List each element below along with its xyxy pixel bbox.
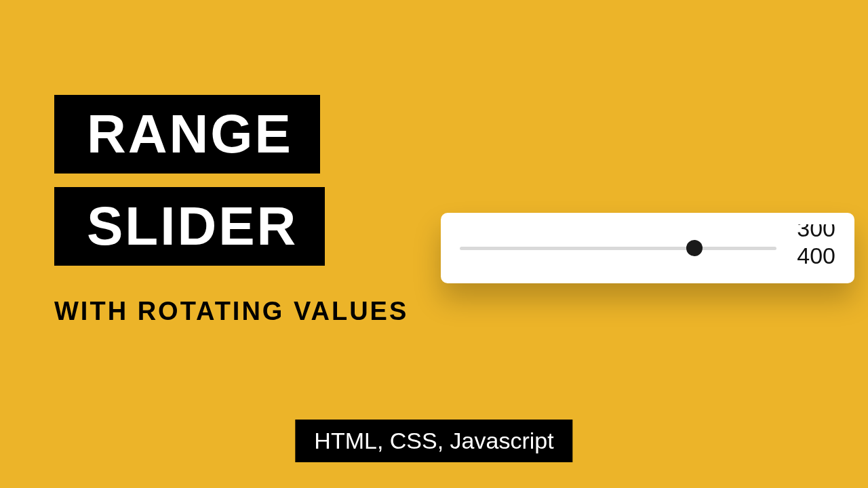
slider-card: 300 400 [441,213,854,283]
slider-values: 300 400 [797,224,835,272]
slider-thumb[interactable] [686,240,703,256]
subtitle: WITH ROTATING VALUES [54,297,408,326]
range-slider[interactable] [460,240,776,256]
tech-badge: HTML, CSS, Javascript [295,420,572,462]
slider-track [460,247,776,250]
title-line-1: RANGE [54,95,320,174]
slider-value-current: 400 [797,242,835,269]
title-line-2: SLIDER [54,187,325,266]
slider-value-prev: 300 [797,224,835,242]
headline-group: RANGE SLIDER WITH ROTATING VALUES [54,95,408,326]
